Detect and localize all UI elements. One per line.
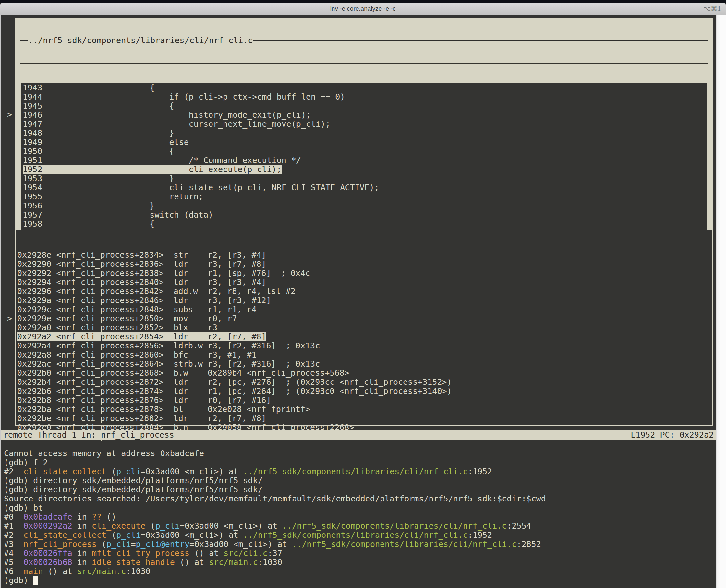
source-line: 1944 if (p_cli->p_ctx->cmd_buff_len == 0… [21,92,707,102]
source-line: 1948 } [21,129,707,138]
asm-line: 0x292a8 <nrf_cli_process+2860> bfc r3, #… [16,351,712,359]
source-current-line-highlight: 1952 cli_execute(p_cli); [23,165,282,174]
terminal-content: > > ../nrf5_sdk/components/libraries/cli… [0,15,726,588]
console-line: Cannot access memory at address 0xbadcaf… [4,449,717,458]
asm-line: 0x292be <nrf_cli_process+2882> ldr r2, [… [16,414,712,423]
source-line: 1950 { [21,147,707,156]
asm-line: 0x29292 <nrf_cli_process+2838> ldr r1, [… [16,269,712,278]
window-shortcut-badge: ⌥⌘1 [703,3,721,15]
console-line: #1 0x000292a2 in cli_execute (p_cli=0x3a… [4,522,717,531]
asm-line: 0x2928e <nrf_cli_process+2834> str r2, [… [16,251,712,260]
source-current-line-marker: > [7,110,15,119]
terminal-window: inv -e core.analyze -e -c ⌥⌘1 > > ../nrf… [0,0,726,588]
source-line: 1943 { [21,83,707,92]
asm-line: 0x29294 <nrf_cli_process+2840> ldr r3, [… [16,278,712,287]
gdb-status-bar: remote Thread 1 In: nrf_cli_process L195… [1,430,717,440]
console-line: (gdb) directory sdk/embedded/platforms/n… [4,485,717,494]
source-line: 1945 { [21,102,707,110]
asm-line: 0x292ba <nrf_cli_process+2878> bl 0x2e02… [16,405,712,414]
source-line: 1949 else [21,138,707,147]
source-window-title: ../nrf5_sdk/components/libraries/cli/nrf… [28,36,253,45]
disassembly-window: 0x2928e <nrf_cli_process+2834> str r2, [… [15,230,713,426]
source-line: 1956 } [21,201,707,210]
asm-line: 0x2929c <nrf_cli_process+2848> subs r1, … [16,305,712,314]
asm-current-line-highlight: 0x292a2 <nrf_cli_process+2854> ldr r2, [… [17,332,266,341]
console-line: #0 0x0badcafe in ?? () [4,512,717,522]
asm-line: 0x292b0 <nrf_cli_process+2868> b.w 0x289… [16,369,712,378]
status-line-pc-info: L1952 PC: 0x292a2 [631,430,714,440]
status-thread-info: remote Thread 1 In: nrf_cli_process [3,430,174,440]
asm-line: 0x29290 <nrf_cli_process+2836> ldr r3, [… [16,260,712,269]
asm-line: 0x29296 <nrf_cli_process+2842> add.w r2,… [16,287,712,296]
gdb-console[interactable]: Cannot access memory at address 0xbadcaf… [1,440,717,585]
console-line: #2 cli_state_collect (p_cli=0x3ad00 <m_c… [4,531,717,540]
console-line: #4 0x00026ffa in mflt_cli_try_process ()… [4,549,717,558]
source-line: 1946 history_mode_exit(p_cli); [21,110,707,120]
console-line: (gdb) bt [4,503,717,512]
asm-line: 0x292a2 <nrf_cli_process+2854> ldr r2, [… [16,332,712,341]
scrollbar[interactable] [716,15,726,588]
console-line: (gdb) f 2 [4,458,717,467]
source-line: 1954 cli_state_set(p_cli, NRF_CLI_STATE_… [21,183,707,192]
console-line: #2 cli_state_collect (p_cli=0x3ad00 <m_c… [4,467,717,476]
console-line: Source directories searched: /Users/tyle… [4,494,717,503]
asm-line: 0x292a4 <nrf_cli_process+2856> ldrb.w r3… [16,341,712,351]
asm-line: 0x292b6 <nrf_cli_process+2874> ldr r1, [… [16,387,712,396]
asm-line: 0x292a0 <nrf_cli_process+2852> blx r3 [16,323,712,332]
asm-line: 0x2929e <nrf_cli_process+2850> mov r0, r… [16,314,712,323]
console-line: (gdb) directory sdk/embedded/platforms/n… [4,476,717,485]
source-line: 1955 return; [21,192,707,201]
source-line: 1947 cursor_next_line_move(p_cli); [21,120,707,129]
desktop-background-strip [0,0,726,3]
gdb-prompt-line[interactable]: (gdb) [4,576,717,585]
console-line: #3 nrf_cli_process (p_cli=p_cli@entry=0x… [4,540,717,549]
asm-line: 0x292b8 <nrf_cli_process+2876> ldr r0, [… [16,396,712,405]
disassembly-window-content: 0x2928e <nrf_cli_process+2834> str r2, [… [16,251,712,441]
source-line: 1953 } [21,174,707,183]
source-line: 1957 switch (data) [21,210,707,219]
console-line: #5 0x00026b68 in idle_state_handle () at… [4,558,717,567]
console-line: #6 main () at src/main.c:1030 [4,567,717,576]
asm-line: 0x2929a <nrf_cli_process+2846> ldr r3, [… [16,296,712,305]
asm-line: 0x292ac <nrf_cli_process+2864> strb.w r3… [16,359,712,369]
source-line: 1958 { [21,219,707,229]
window-title: inv -e core.analyze -e -c [330,5,396,12]
terminal-cursor [33,576,38,585]
window-titlebar[interactable]: inv -e core.analyze -e -c ⌥⌘1 [0,3,726,15]
asm-line: 0x292b4 <nrf_cli_process+2872> ldr r2, [… [16,378,712,387]
source-window-titlebar: ../nrf5_sdk/components/libraries/cli/nrf… [20,36,708,45]
source-line: 1952 cli_execute(p_cli); [21,165,707,174]
source-line: 1951 /* Command execution */ [21,156,707,165]
asm-current-line-marker: > [7,314,15,323]
console-line [4,440,717,449]
